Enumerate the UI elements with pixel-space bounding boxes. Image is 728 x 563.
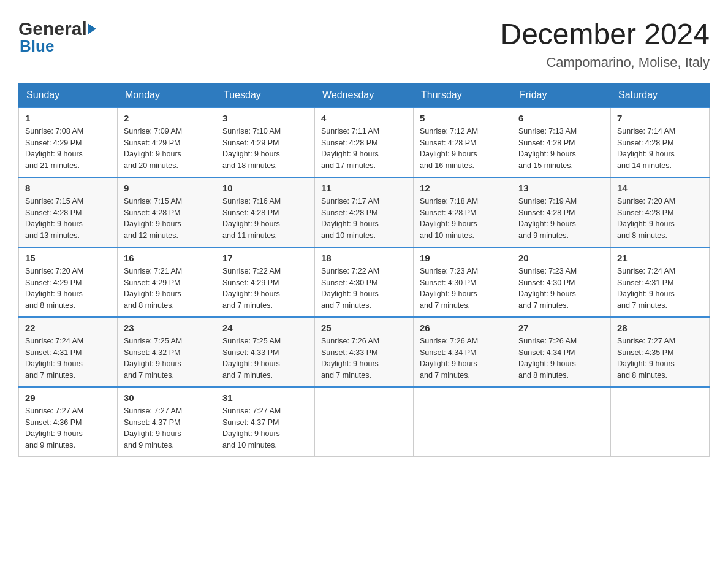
day-info: Sunrise: 7:25 AMSunset: 4:33 PMDaylight:… xyxy=(222,337,281,380)
calendar-week-row: 29Sunrise: 7:27 AMSunset: 4:36 PMDayligh… xyxy=(19,387,710,457)
day-info: Sunrise: 7:09 AMSunset: 4:29 PMDaylight:… xyxy=(124,127,182,170)
day-info: Sunrise: 7:22 AMSunset: 4:30 PMDaylight:… xyxy=(321,267,379,310)
day-info: Sunrise: 7:17 AMSunset: 4:28 PMDaylight:… xyxy=(321,197,379,240)
calendar-table: SundayMondayTuesdayWednesdayThursdayFrid… xyxy=(18,83,710,457)
day-number: 4 xyxy=(321,113,407,123)
day-info: Sunrise: 7:27 AMSunset: 4:35 PMDaylight:… xyxy=(617,337,675,380)
title-section: December 2024 Campomarino, Molise, Italy xyxy=(500,18,710,71)
calendar-week-row: 8Sunrise: 7:15 AMSunset: 4:28 PMDaylight… xyxy=(19,177,710,247)
day-info: Sunrise: 7:26 AMSunset: 4:33 PMDaylight:… xyxy=(321,337,379,380)
calendar-cell: 2Sunrise: 7:09 AMSunset: 4:29 PMDaylight… xyxy=(118,107,216,177)
day-number: 14 xyxy=(617,183,703,193)
day-number: 22 xyxy=(25,323,111,333)
calendar-cell: 14Sunrise: 7:20 AMSunset: 4:28 PMDayligh… xyxy=(611,177,710,247)
day-info: Sunrise: 7:18 AMSunset: 4:28 PMDaylight:… xyxy=(420,197,478,240)
logo-arrow-icon xyxy=(88,23,96,34)
logo-general-text: General xyxy=(18,18,87,39)
day-number: 16 xyxy=(124,253,210,263)
logo: General Blue xyxy=(18,18,97,56)
calendar-cell: 7Sunrise: 7:14 AMSunset: 4:28 PMDaylight… xyxy=(611,107,710,177)
day-number: 30 xyxy=(124,393,210,403)
calendar-cell xyxy=(414,387,512,457)
day-number: 23 xyxy=(124,323,210,333)
day-number: 26 xyxy=(420,323,506,333)
day-number: 13 xyxy=(518,183,604,193)
calendar-week-row: 1Sunrise: 7:08 AMSunset: 4:29 PMDaylight… xyxy=(19,107,710,177)
day-of-week-monday: Monday xyxy=(118,83,216,107)
calendar-cell: 25Sunrise: 7:26 AMSunset: 4:33 PMDayligh… xyxy=(315,317,414,387)
calendar-cell: 26Sunrise: 7:26 AMSunset: 4:34 PMDayligh… xyxy=(414,317,512,387)
day-number: 21 xyxy=(617,253,703,263)
day-info: Sunrise: 7:26 AMSunset: 4:34 PMDaylight:… xyxy=(420,337,478,380)
day-number: 24 xyxy=(222,323,308,333)
calendar-cell: 9Sunrise: 7:15 AMSunset: 4:28 PMDaylight… xyxy=(118,177,216,247)
calendar-cell: 5Sunrise: 7:12 AMSunset: 4:28 PMDaylight… xyxy=(414,107,512,177)
day-number: 28 xyxy=(617,323,703,333)
calendar-header-row: SundayMondayTuesdayWednesdayThursdayFrid… xyxy=(19,83,710,107)
day-number: 20 xyxy=(518,253,604,263)
calendar-cell: 24Sunrise: 7:25 AMSunset: 4:33 PMDayligh… xyxy=(216,317,315,387)
day-of-week-thursday: Thursday xyxy=(414,83,512,107)
day-number: 15 xyxy=(25,253,111,263)
day-info: Sunrise: 7:23 AMSunset: 4:30 PMDaylight:… xyxy=(518,267,577,310)
calendar-cell: 11Sunrise: 7:17 AMSunset: 4:28 PMDayligh… xyxy=(315,177,414,247)
calendar-cell: 4Sunrise: 7:11 AMSunset: 4:28 PMDaylight… xyxy=(315,107,414,177)
day-number: 19 xyxy=(420,253,506,263)
day-info: Sunrise: 7:22 AMSunset: 4:29 PMDaylight:… xyxy=(222,267,281,310)
day-info: Sunrise: 7:20 AMSunset: 4:29 PMDaylight:… xyxy=(25,267,83,310)
day-number: 7 xyxy=(617,113,703,123)
day-number: 8 xyxy=(25,183,111,193)
day-info: Sunrise: 7:24 AMSunset: 4:31 PMDaylight:… xyxy=(617,267,675,310)
calendar-cell: 12Sunrise: 7:18 AMSunset: 4:28 PMDayligh… xyxy=(414,177,512,247)
calendar-cell: 21Sunrise: 7:24 AMSunset: 4:31 PMDayligh… xyxy=(611,247,710,317)
day-number: 1 xyxy=(25,113,111,123)
calendar-cell xyxy=(512,387,611,457)
day-info: Sunrise: 7:14 AMSunset: 4:28 PMDaylight:… xyxy=(617,127,675,170)
calendar-cell: 3Sunrise: 7:10 AMSunset: 4:29 PMDaylight… xyxy=(216,107,315,177)
day-info: Sunrise: 7:08 AMSunset: 4:29 PMDaylight:… xyxy=(25,127,83,170)
calendar-cell xyxy=(315,387,414,457)
location-title: Campomarino, Molise, Italy xyxy=(500,55,710,71)
day-info: Sunrise: 7:10 AMSunset: 4:29 PMDaylight:… xyxy=(222,127,281,170)
day-number: 10 xyxy=(222,183,308,193)
calendar-cell xyxy=(611,387,710,457)
day-info: Sunrise: 7:27 AMSunset: 4:37 PMDaylight:… xyxy=(222,407,281,450)
day-number: 29 xyxy=(25,393,111,403)
calendar-cell: 19Sunrise: 7:23 AMSunset: 4:30 PMDayligh… xyxy=(414,247,512,317)
calendar-cell: 1Sunrise: 7:08 AMSunset: 4:29 PMDaylight… xyxy=(19,107,118,177)
logo-blue-text: Blue xyxy=(20,37,97,56)
day-number: 25 xyxy=(321,323,407,333)
day-info: Sunrise: 7:27 AMSunset: 4:37 PMDaylight:… xyxy=(124,407,182,450)
day-number: 5 xyxy=(420,113,506,123)
day-info: Sunrise: 7:11 AMSunset: 4:28 PMDaylight:… xyxy=(321,127,379,170)
day-info: Sunrise: 7:23 AMSunset: 4:30 PMDaylight:… xyxy=(420,267,478,310)
calendar-cell: 20Sunrise: 7:23 AMSunset: 4:30 PMDayligh… xyxy=(512,247,611,317)
day-info: Sunrise: 7:19 AMSunset: 4:28 PMDaylight:… xyxy=(518,197,577,240)
day-number: 11 xyxy=(321,183,407,193)
calendar-cell: 6Sunrise: 7:13 AMSunset: 4:28 PMDaylight… xyxy=(512,107,611,177)
day-info: Sunrise: 7:21 AMSunset: 4:29 PMDaylight:… xyxy=(124,267,182,310)
day-number: 31 xyxy=(222,393,308,403)
calendar-cell: 15Sunrise: 7:20 AMSunset: 4:29 PMDayligh… xyxy=(19,247,118,317)
month-title: December 2024 xyxy=(500,18,710,51)
calendar-cell: 16Sunrise: 7:21 AMSunset: 4:29 PMDayligh… xyxy=(118,247,216,317)
calendar-cell: 13Sunrise: 7:19 AMSunset: 4:28 PMDayligh… xyxy=(512,177,611,247)
day-number: 6 xyxy=(518,113,604,123)
day-number: 17 xyxy=(222,253,308,263)
day-of-week-sunday: Sunday xyxy=(19,83,118,107)
day-info: Sunrise: 7:13 AMSunset: 4:28 PMDaylight:… xyxy=(518,127,577,170)
calendar-cell: 29Sunrise: 7:27 AMSunset: 4:36 PMDayligh… xyxy=(19,387,118,457)
day-of-week-wednesday: Wednesday xyxy=(315,83,414,107)
calendar-cell: 30Sunrise: 7:27 AMSunset: 4:37 PMDayligh… xyxy=(118,387,216,457)
day-info: Sunrise: 7:27 AMSunset: 4:36 PMDaylight:… xyxy=(25,407,83,450)
logo-row1: General xyxy=(18,18,97,39)
day-number: 9 xyxy=(124,183,210,193)
day-info: Sunrise: 7:26 AMSunset: 4:34 PMDaylight:… xyxy=(518,337,577,380)
calendar-cell: 8Sunrise: 7:15 AMSunset: 4:28 PMDaylight… xyxy=(19,177,118,247)
calendar-week-row: 15Sunrise: 7:20 AMSunset: 4:29 PMDayligh… xyxy=(19,247,710,317)
day-info: Sunrise: 7:12 AMSunset: 4:28 PMDaylight:… xyxy=(420,127,478,170)
day-info: Sunrise: 7:15 AMSunset: 4:28 PMDaylight:… xyxy=(124,197,182,240)
calendar-cell: 18Sunrise: 7:22 AMSunset: 4:30 PMDayligh… xyxy=(315,247,414,317)
day-info: Sunrise: 7:24 AMSunset: 4:31 PMDaylight:… xyxy=(25,337,83,380)
day-number: 12 xyxy=(420,183,506,193)
